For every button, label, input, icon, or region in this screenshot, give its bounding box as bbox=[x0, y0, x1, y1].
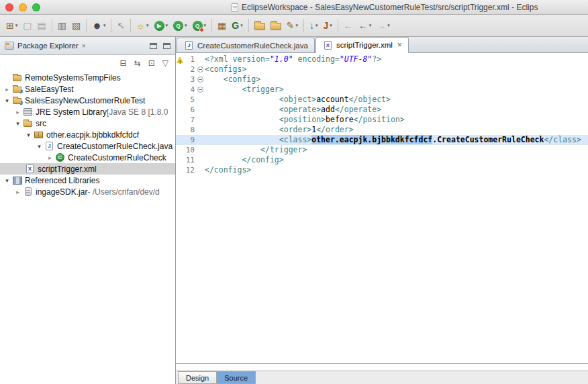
select-tool-button[interactable]: ↖ bbox=[114, 17, 128, 34]
code-line-11[interactable]: 11 </config> bbox=[176, 155, 588, 165]
user-account-button[interactable]: ☻▾ bbox=[89, 17, 108, 34]
view-menu-button[interactable]: ▽ bbox=[162, 59, 168, 67]
collapse-fold-icon[interactable] bbox=[197, 66, 203, 73]
maximize-view-icon[interactable] bbox=[163, 43, 170, 49]
build-button[interactable]: ▥ bbox=[55, 17, 69, 34]
tree-item-scripttrigger-xml[interactable]: XscriptTrigger.xml bbox=[0, 163, 175, 175]
dropdown-arrow-icon[interactable]: ▾ bbox=[166, 23, 168, 28]
code-line-3[interactable]: 3 <config> bbox=[176, 75, 588, 85]
minimize-window-button[interactable] bbox=[19, 3, 27, 11]
collapse-arrow-icon[interactable]: ▾ bbox=[35, 143, 44, 150]
link-with-editor-button[interactable]: ⇆ bbox=[134, 59, 141, 67]
tree-item-saleseasynewcustomerruletest[interactable]: ▾JSalesEasyNewCustomerRuleTest bbox=[0, 95, 175, 106]
collapse-fold-icon[interactable] bbox=[197, 77, 203, 83]
code-text: </config> bbox=[205, 155, 284, 165]
package-explorer-icon bbox=[5, 42, 14, 50]
code-line-6[interactable]: 6 <operate>add</operate> bbox=[176, 105, 588, 115]
grid-icon: ▦ bbox=[217, 21, 226, 30]
code-line-10[interactable]: 10 </trigger> bbox=[176, 145, 588, 155]
profile-button[interactable]: Q▾ bbox=[190, 17, 209, 34]
print-button[interactable]: ▤ bbox=[34, 17, 48, 34]
save-button[interactable]: ▢ bbox=[20, 17, 34, 34]
dropdown-arrow-icon[interactable]: ▾ bbox=[103, 23, 106, 28]
marker-button[interactable]: ✎▾ bbox=[284, 17, 301, 34]
code-line-1[interactable]: 1<?xml version="1.0" encoding="UTF-8"?> bbox=[176, 54, 588, 64]
tree-item-referenced-libraries[interactable]: ▾Referenced Libraries bbox=[0, 175, 175, 186]
line-number: 10 bbox=[185, 145, 196, 155]
dropdown-arrow-icon[interactable]: ▾ bbox=[330, 23, 332, 28]
print-icon: ▤ bbox=[37, 21, 46, 30]
dropdown-arrow-icon[interactable]: ▾ bbox=[204, 23, 207, 28]
last-edit-location-button[interactable]: ← bbox=[341, 17, 356, 34]
editor-tab-bar: JCreateCustomerRuleCheck.javaXscriptTrig… bbox=[176, 37, 588, 53]
dropdown-arrow-icon[interactable]: ▾ bbox=[295, 23, 298, 28]
code-line-9[interactable]: 9 <class>other.eacpjk.bjbbkdkfcfdcf.Crea… bbox=[176, 135, 588, 145]
collapse-arrow-icon[interactable]: ▾ bbox=[3, 97, 11, 104]
code-text: <operate>add</operate> bbox=[205, 105, 381, 115]
zoom-window-button[interactable] bbox=[32, 3, 40, 11]
tab-close-icon[interactable]: × bbox=[397, 40, 402, 50]
history-icon: G bbox=[232, 21, 239, 30]
code-line-7[interactable]: 7 <position>before</position> bbox=[176, 115, 588, 125]
history-button[interactable]: G▾ bbox=[229, 17, 245, 34]
tree-item-createcustomerrulecheck-java[interactable]: ▾JCreateCustomerRuleCheck.java bbox=[0, 140, 175, 152]
code-line-5[interactable]: 5 <object>account</object> bbox=[176, 95, 588, 105]
open-file-button[interactable] bbox=[268, 17, 284, 34]
line-number: 1 bbox=[185, 54, 196, 64]
tree-item-remotesystemstempfiles[interactable]: RemoteSystemsTempFiles bbox=[0, 72, 175, 83]
code-line-12[interactable]: 12</configs> bbox=[176, 165, 588, 175]
focus-view-button[interactable]: ⊡ bbox=[148, 59, 155, 67]
collapse-arrow-icon[interactable]: ▾ bbox=[24, 132, 33, 138]
tree-item-createcustomerrulecheck[interactable]: ▸CCreateCustomerRuleCheck bbox=[0, 152, 175, 163]
open-folder-button[interactable] bbox=[252, 17, 268, 34]
folder-icon bbox=[11, 73, 23, 83]
collapse-fold-icon[interactable] bbox=[197, 87, 203, 93]
tree-item-other-eacpjk-bjbbkdkfcfdcf[interactable]: ▾other.eacpjk.bjbbkdkfcfdcf bbox=[0, 129, 175, 140]
close-window-button[interactable] bbox=[5, 3, 13, 11]
tree-item-src[interactable]: ▾src bbox=[0, 117, 175, 129]
minimize-view-icon[interactable] bbox=[150, 43, 157, 49]
code-line-4[interactable]: 4 <trigger> bbox=[176, 85, 588, 95]
line-number: 8 bbox=[185, 125, 196, 135]
tree-item-jre-system-library[interactable]: ▸JRE System Library [Java SE 8 [1.8.0 bbox=[0, 106, 175, 117]
dropdown-arrow-icon[interactable]: ▾ bbox=[240, 23, 243, 28]
code-text: <position>before</position> bbox=[205, 115, 405, 125]
external-tools-button[interactable]: ☼▾ bbox=[134, 17, 151, 34]
code-line-2[interactable]: 2<configs> bbox=[176, 64, 588, 75]
collapse-arrow-icon[interactable]: ▾ bbox=[13, 120, 22, 127]
view-close-icon[interactable]: × bbox=[82, 42, 86, 50]
tree-item-label: scriptTrigger.xml bbox=[38, 164, 97, 174]
annotation-gutter bbox=[176, 105, 185, 115]
run-button[interactable]: ▶▾ bbox=[152, 17, 171, 34]
tree-item-label: ingageSDK.jar bbox=[36, 187, 87, 197]
dropdown-arrow-icon[interactable]: ▾ bbox=[387, 23, 390, 28]
forward-button[interactable]: →▾ bbox=[374, 17, 393, 34]
tree-item-ingagesdk-jar[interactable]: ▸ingageSDK.jar - /Users/crifan/dev/d bbox=[0, 186, 175, 197]
expand-arrow-icon[interactable]: ▸ bbox=[3, 86, 11, 93]
dropdown-arrow-icon[interactable]: ▾ bbox=[146, 23, 149, 28]
editor-tab-scripttrigger-xml[interactable]: XscriptTrigger.xml× bbox=[315, 37, 409, 53]
dropdown-arrow-icon[interactable]: ▾ bbox=[15, 23, 18, 28]
back-button[interactable]: ←▾ bbox=[356, 17, 375, 34]
annotation-gutter bbox=[176, 145, 185, 155]
collapse-arrow-icon[interactable]: ▾ bbox=[3, 177, 11, 184]
code-line-8[interactable]: 8 <order>1</order> bbox=[176, 125, 588, 135]
editor-tab-createcustomerrulecheck-java[interactable]: JCreateCustomerRuleCheck.java bbox=[177, 38, 315, 52]
dropdown-arrow-icon[interactable]: ▾ bbox=[185, 23, 187, 28]
page-tab-label: Source bbox=[224, 374, 248, 382]
export-button[interactable]: ▧ bbox=[69, 17, 83, 34]
download-source-button[interactable]: ↓▾ bbox=[307, 17, 321, 34]
expand-arrow-icon[interactable]: ▸ bbox=[13, 189, 22, 195]
grid-button[interactable]: ▦ bbox=[215, 17, 229, 34]
new-wizard-button[interactable]: ⊞▾ bbox=[3, 17, 20, 34]
tree-item-saleeasytest[interactable]: ▸JSaleEasyTest bbox=[0, 83, 175, 95]
dropdown-arrow-icon[interactable]: ▾ bbox=[315, 23, 318, 28]
dropdown-arrow-icon[interactable]: ▾ bbox=[369, 23, 372, 28]
collapse-all-button[interactable]: ⊟ bbox=[120, 59, 127, 67]
java-search-button[interactable]: J▾ bbox=[320, 17, 334, 34]
coverage-button[interactable]: Q▾ bbox=[170, 17, 190, 34]
expand-arrow-icon[interactable]: ▸ bbox=[13, 109, 22, 115]
expand-arrow-icon[interactable]: ▸ bbox=[46, 154, 54, 161]
page-tab-design[interactable]: Design bbox=[178, 371, 217, 384]
page-tab-source[interactable]: Source bbox=[216, 371, 256, 384]
